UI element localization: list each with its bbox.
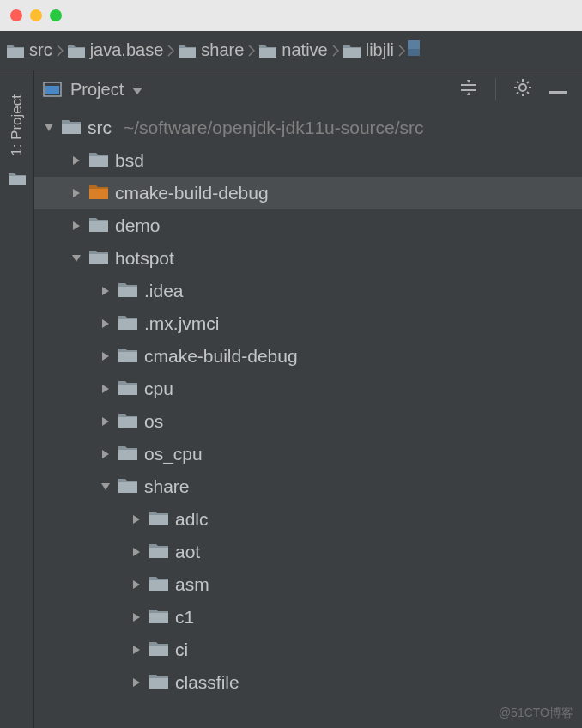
folder-icon (89, 249, 108, 269)
minimize-window-button[interactable] (30, 9, 42, 21)
tree-row[interactable]: cmake-build-debug (34, 340, 582, 373)
arrow-collapsed-icon[interactable] (130, 579, 142, 591)
arrow-collapsed-icon[interactable] (70, 220, 82, 232)
view-mode-icon[interactable] (43, 82, 62, 97)
gear-icon[interactable] (513, 78, 532, 101)
arrow-expanded-icon[interactable] (70, 252, 82, 264)
tree-row[interactable]: .idea (34, 275, 582, 307)
project-tree: src ~/software/openjdk-jdk11u-source/src… (34, 108, 582, 728)
tree-item-label: share (144, 476, 190, 497)
maximize-window-button[interactable] (50, 9, 62, 21)
folder-icon (343, 44, 361, 58)
tree-row[interactable]: ci (34, 634, 582, 666)
arrow-collapsed-icon[interactable] (100, 350, 112, 362)
tree-row[interactable]: share (34, 470, 582, 503)
arrow-collapsed-icon[interactable] (130, 611, 142, 623)
folder-icon (89, 151, 108, 171)
breadcrumb-item[interactable]: share (177, 39, 246, 62)
svg-line-12 (527, 82, 529, 83)
chevron-right-icon (397, 44, 406, 58)
side-tab-project[interactable]: 1: Project (0, 70, 34, 728)
minimize-icon[interactable] (549, 81, 567, 99)
tree-item-label: hotspot (115, 248, 174, 269)
folder-icon (179, 44, 196, 58)
tree-item-label: adlc (175, 509, 209, 530)
arrow-expanded-icon[interactable] (43, 122, 55, 134)
arrow-collapsed-icon[interactable] (130, 513, 142, 525)
tree-row[interactable]: demo (34, 209, 582, 242)
svg-rect-1 (408, 49, 420, 56)
arrow-collapsed-icon[interactable] (100, 416, 112, 428)
tree-item-label: bsd (115, 150, 144, 171)
arrow-collapsed-icon[interactable] (100, 285, 112, 297)
folder-icon (259, 44, 276, 58)
tree-item-label: os (144, 411, 163, 432)
chevron-right-icon (56, 44, 64, 58)
svg-rect-3 (45, 86, 59, 94)
tree-item-label: cpu (144, 379, 173, 399)
arrow-collapsed-icon[interactable] (130, 546, 142, 558)
divider (495, 78, 496, 100)
arrow-collapsed-icon[interactable] (130, 676, 142, 689)
arrow-collapsed-icon[interactable] (100, 448, 112, 460)
breadcrumb: src java.base share native libjli (0, 31, 582, 70)
folder-icon (149, 575, 168, 595)
file-icon (408, 40, 420, 60)
chevron-right-icon (247, 44, 256, 58)
breadcrumb-label: native (282, 40, 327, 60)
tree-item-label: classfile (175, 672, 239, 693)
arrow-collapsed-icon[interactable] (100, 318, 112, 330)
main-area: 1: Project Project (0, 70, 582, 728)
tree-item-label: .mx.jvmci (144, 313, 220, 334)
arrow-collapsed-icon[interactable] (70, 155, 82, 167)
tree-row[interactable]: classfile (34, 666, 582, 699)
arrow-expanded-icon[interactable] (100, 481, 112, 493)
folder-icon (89, 216, 108, 236)
arrow-collapsed-icon[interactable] (70, 187, 82, 199)
tree-item-label: aot (175, 542, 200, 562)
tree-row[interactable]: asm (34, 568, 582, 601)
tree-row[interactable]: cmake-build-debug (34, 177, 582, 209)
breadcrumb-item[interactable]: java.base (66, 39, 166, 62)
breadcrumb-item[interactable]: src (5, 39, 54, 62)
svg-rect-13 (549, 91, 567, 94)
chevron-right-icon (167, 44, 175, 58)
folder-icon (149, 673, 168, 693)
project-panel: Project (34, 70, 582, 728)
folder-icon (118, 379, 137, 399)
close-window-button[interactable] (10, 9, 22, 21)
scroll-from-source-icon[interactable] (459, 80, 478, 100)
tree-row[interactable]: c1 (34, 601, 582, 634)
tree-item-label: ci (175, 640, 188, 660)
tree-row[interactable]: aot (34, 536, 582, 568)
tree-row-root[interactable]: src ~/software/openjdk-jdk11u-source/src (34, 112, 582, 144)
tree-item-label: demo (115, 215, 161, 236)
tree-row[interactable]: os_cpu (34, 438, 582, 470)
tree-row[interactable]: hotspot (34, 242, 582, 275)
arrow-collapsed-icon[interactable] (130, 644, 142, 656)
watermark: @51CTO博客 (499, 706, 573, 721)
tree-item-label: cmake-build-debug (144, 346, 298, 367)
tree-row[interactable]: cpu (34, 373, 582, 405)
panel-header: Project (34, 70, 582, 108)
arrow-collapsed-icon[interactable] (100, 383, 112, 395)
tree-root-label: src (88, 118, 112, 138)
folder-icon (149, 543, 168, 562)
tree-item-label: cmake-build-debug (115, 183, 269, 203)
tree-row[interactable]: os (34, 405, 582, 438)
tree-row[interactable]: .mx.jvmci (34, 307, 582, 340)
svg-line-11 (517, 92, 518, 94)
breadcrumb-item[interactable]: native (258, 39, 329, 62)
tree-item-label: c1 (175, 607, 194, 628)
breadcrumb-label: share (201, 40, 244, 60)
folder-icon (118, 314, 137, 334)
folder-icon (118, 445, 137, 464)
panel-title[interactable]: Project (70, 80, 124, 100)
tree-row[interactable]: bsd (34, 144, 582, 177)
chevron-down-icon[interactable] (132, 81, 142, 99)
breadcrumb-item[interactable]: libjli (342, 39, 396, 62)
tree-row[interactable]: adlc (34, 503, 582, 536)
tree-item-label: asm (175, 574, 209, 595)
folder-icon (7, 44, 24, 58)
folder-icon (9, 172, 26, 190)
